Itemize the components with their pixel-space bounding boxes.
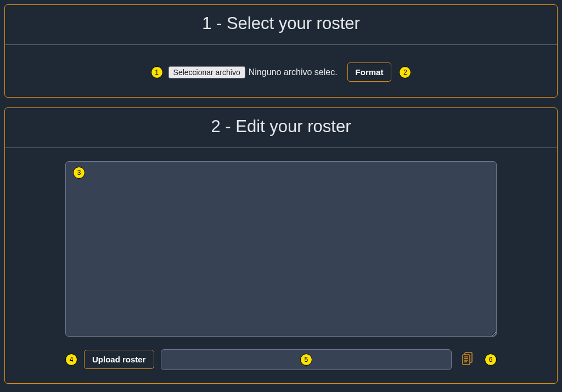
url-input-wrap: 5 — [161, 349, 452, 370]
step2-body: 3 4 Upload roster 5 — [5, 148, 557, 383]
step2-footer-row: 4 Upload roster 5 — [65, 349, 497, 370]
badge-3: 3 — [73, 167, 85, 179]
upload-group: 4 Upload roster — [65, 350, 154, 369]
badge-4: 4 — [65, 354, 77, 366]
badge-5: 5 — [300, 354, 312, 366]
file-select-button[interactable]: Seleccionar archivo — [168, 66, 245, 78]
copy-group: 6 — [458, 349, 497, 370]
step2-title: 2 - Edit your roster — [5, 117, 557, 137]
format-button[interactable]: Format — [347, 63, 392, 82]
badge-2: 2 — [399, 66, 411, 78]
file-input-group: 1 Seleccionar archivo Ninguno archivo se… — [151, 66, 338, 78]
badge-6: 6 — [485, 354, 497, 366]
step1-panel: 1 - Select your roster 1 Seleccionar arc… — [4, 4, 558, 98]
file-input[interactable]: Seleccionar archivo Ninguno archivo sele… — [168, 66, 338, 78]
svg-rect-1 — [463, 355, 470, 365]
step1-title: 1 - Select your roster — [5, 14, 557, 33]
step2-panel: 2 - Edit your roster 3 4 Upload roster 5 — [4, 107, 558, 384]
file-status-text: Ninguno archivo selec. — [249, 67, 338, 77]
badge-1: 1 — [151, 66, 163, 78]
step2-header: 2 - Edit your roster — [5, 108, 557, 148]
roster-textarea[interactable] — [65, 161, 497, 337]
upload-roster-button[interactable]: Upload roster — [84, 350, 154, 369]
step1-body: 1 Seleccionar archivo Ninguno archivo se… — [5, 45, 557, 97]
copy-button[interactable] — [458, 349, 477, 370]
textarea-wrap: 3 — [65, 161, 497, 339]
format-group: Format 2 — [347, 63, 412, 82]
step1-header: 1 - Select your roster — [5, 5, 557, 45]
clipboard-icon — [460, 351, 475, 368]
